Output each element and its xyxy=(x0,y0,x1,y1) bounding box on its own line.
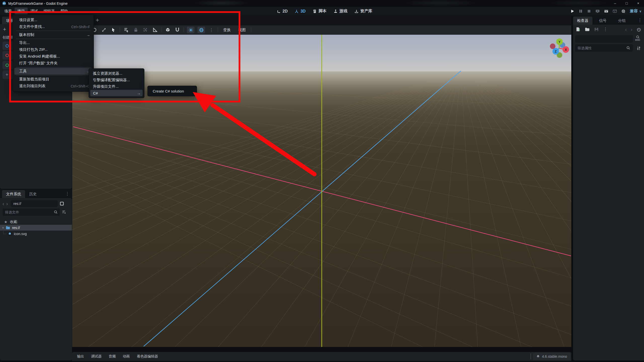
renderer-selector[interactable]: 兼容 ∨ xyxy=(630,9,641,14)
project-menu-popup: 项目设置... 在文件中查找...Ctrl+Shift+F 版本控制→ 导出..… xyxy=(13,14,94,92)
group-button[interactable] xyxy=(142,27,149,33)
tab-groups[interactable]: 分组 xyxy=(614,17,630,25)
play-remote-button[interactable] xyxy=(595,9,600,13)
stop-button[interactable] xyxy=(587,9,591,13)
workspace-assetlib[interactable]: 资产库 xyxy=(354,9,372,14)
history-forward-button[interactable]: › xyxy=(6,201,8,207)
viewport-3d[interactable]: Y X Z xyxy=(72,35,571,347)
tab-signals[interactable]: 信号 xyxy=(595,17,611,25)
history-button[interactable] xyxy=(636,27,641,32)
edit-prev-button[interactable]: ‹ xyxy=(625,27,627,32)
property-tools-button[interactable] xyxy=(636,46,641,51)
play-scene-button[interactable] xyxy=(604,9,609,13)
menu-item-tools[interactable]: 工具→ xyxy=(14,68,92,75)
play-custom-scene-button[interactable] xyxy=(613,9,617,13)
debugger-button[interactable]: 调试器 xyxy=(88,353,105,360)
add-node-button[interactable]: + xyxy=(3,26,6,33)
preview-environment-toggle[interactable] xyxy=(197,27,205,33)
workspace-game[interactable]: 游戏 xyxy=(334,9,347,14)
tree-item-root[interactable]: ∨ res:// xyxy=(0,225,72,231)
tab-inspector[interactable]: 检查器 xyxy=(573,17,592,25)
select-mode-button[interactable] xyxy=(110,27,117,33)
workspace-switcher: 2D 3D 脚本 游戏 资产库 xyxy=(277,7,372,16)
menu-item-quit-to-project-list[interactable]: 退出到项目列表Ctrl+Shift+Q xyxy=(13,83,94,89)
filesystem-dock: ‹ › ★ 收藏: ∨ res:// icon.svg xyxy=(0,198,72,360)
filter-properties-input[interactable] xyxy=(575,44,633,52)
menu-item-version-control[interactable]: 版本控制→ xyxy=(13,31,94,38)
menu-item-pack-zip[interactable]: 项目打包为 ZIP... xyxy=(13,46,94,53)
assetlib-download-icon xyxy=(354,9,358,13)
edit-next-button[interactable]: › xyxy=(631,27,632,32)
view-menu-button[interactable]: 视图 xyxy=(236,27,248,33)
menu-item-csharp[interactable]: C#→ xyxy=(90,90,143,96)
snap-toggle[interactable] xyxy=(174,27,181,33)
notification-bell-icon xyxy=(536,355,540,358)
history-back-button[interactable]: ‹ xyxy=(3,201,4,207)
menu-scene[interactable]: 场景 xyxy=(2,8,15,15)
open-docs-button[interactable]: DOC xyxy=(633,35,642,41)
tab-history[interactable]: 历史 xyxy=(25,190,41,198)
scene-tabs-bar: + xyxy=(72,16,571,25)
inspector-dock: ⋮ ‹ › DOC xyxy=(573,25,644,360)
menu-item-find-in-files[interactable]: 在文件中查找...Ctrl+Shift+F xyxy=(13,23,94,30)
menu-item-project-settings[interactable]: 项目设置... xyxy=(13,17,94,23)
output-button[interactable]: 输出 xyxy=(73,353,88,360)
3d-icon xyxy=(295,9,299,13)
new-scene-tab-button[interactable]: + xyxy=(96,17,99,24)
menu-item-open-user-data-folder[interactable]: 打开 “用户数据” 文件夹 xyxy=(13,60,94,67)
menu-item-orphan-resource-explorer[interactable]: 孤立资源浏览器... xyxy=(89,70,144,77)
tree-item-file[interactable]: icon.svg xyxy=(0,231,72,237)
lock-button[interactable] xyxy=(133,27,139,33)
scale-mode-button[interactable] xyxy=(101,27,107,33)
chevron-down-icon: ∨ xyxy=(639,10,641,13)
tree-caret-icon[interactable]: ∨ xyxy=(2,226,4,229)
shader-editor-button[interactable]: 着色器编辑器 xyxy=(133,353,162,360)
audio-button[interactable]: 音频 xyxy=(105,353,119,360)
local-space-toggle[interactable] xyxy=(165,27,171,33)
maximize-button[interactable]: □ xyxy=(621,0,632,7)
play-button[interactable] xyxy=(570,9,575,13)
workspace-3d[interactable]: 3D xyxy=(295,9,305,14)
minimize-button[interactable]: – xyxy=(609,0,621,7)
workspace-script[interactable]: 脚本 xyxy=(313,9,327,14)
tools-submenu-popup: 孤立资源浏览器... 引擎编译配置编辑器... 升级项目文件... C#→ xyxy=(89,68,144,98)
menu-item-reload-project[interactable]: 重新加载当前项目 xyxy=(13,76,94,83)
filesystem-dock-tabbar: 文件系统 历史 ⋮ xyxy=(0,189,72,198)
resource-extra-options[interactable]: ⋮ xyxy=(603,27,608,32)
menu-help[interactable]: 帮助 xyxy=(58,8,71,15)
tab-filesystem[interactable]: 文件系统 xyxy=(2,190,25,198)
toolbar-separator xyxy=(184,27,184,32)
menu-project[interactable]: 项目 xyxy=(15,8,28,15)
path-field[interactable] xyxy=(11,200,58,207)
menu-editor[interactable]: 编辑器 xyxy=(41,8,58,15)
menu-debug[interactable]: 调试 xyxy=(28,8,41,15)
workspace-2d[interactable]: 2D xyxy=(277,9,288,14)
3d-scene-icon xyxy=(6,54,9,57)
pause-button[interactable] xyxy=(579,9,583,13)
save-resource-button[interactable] xyxy=(594,27,599,32)
menu-item-create-csharp-solution[interactable]: Create C# solution xyxy=(148,87,197,95)
sun-environment-settings[interactable]: ⋮ xyxy=(208,27,215,33)
filesystem-menu-icon[interactable]: ⋮ xyxy=(65,191,69,196)
file-sort-button[interactable] xyxy=(62,210,66,214)
split-view-toggle[interactable] xyxy=(60,201,64,206)
new-resource-button[interactable] xyxy=(576,27,580,32)
search-icon xyxy=(626,46,630,50)
load-resource-button[interactable] xyxy=(585,27,590,31)
gizmo-neg-x[interactable] xyxy=(550,43,555,49)
star-icon: ★ xyxy=(4,220,7,224)
menu-item-export[interactable]: 导出... xyxy=(13,39,94,46)
movie-maker-toggle[interactable] xyxy=(621,9,626,14)
list-select-button[interactable] xyxy=(123,27,130,33)
animation-button[interactable]: 动画 xyxy=(119,353,133,360)
preview-sun-toggle[interactable] xyxy=(187,27,194,33)
ruler-mode-button[interactable] xyxy=(152,27,158,33)
filter-files-input[interactable] xyxy=(3,209,60,216)
version-info[interactable]: 4.6.stable.mono xyxy=(533,353,571,360)
menu-item-upgrade-project-files[interactable]: 升级项目文件... xyxy=(89,83,144,90)
menu-item-install-android-template[interactable]: 安装 Android 构建模板... xyxy=(13,53,94,60)
close-button[interactable]: × xyxy=(632,0,644,7)
inspector-menu-icon[interactable]: ⋮ xyxy=(638,18,642,23)
transform-menu-button[interactable]: 变换 xyxy=(221,27,233,33)
menu-item-engine-compile-config[interactable]: 引擎编译配置编辑器... xyxy=(89,77,144,83)
